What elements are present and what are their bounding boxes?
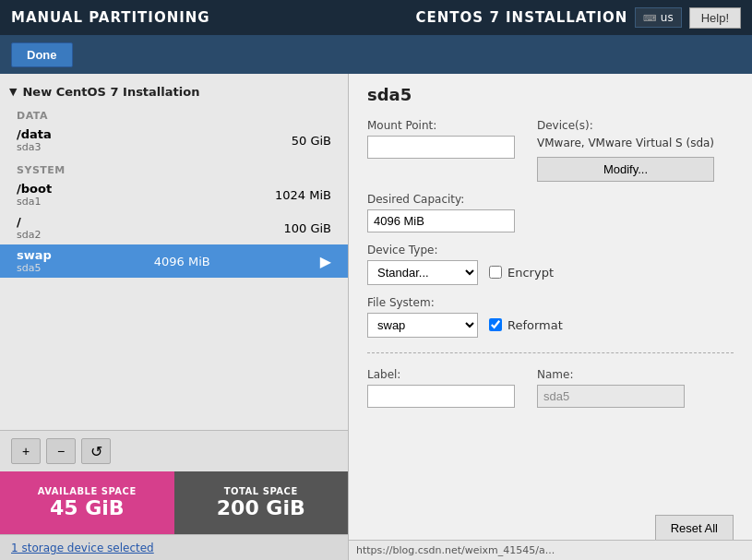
devices-value: VMware, VMware Virtual S (sda)	[537, 136, 714, 151]
mount-point-group: Mount Point:	[367, 119, 515, 159]
reformat-label[interactable]: Reformat	[507, 318, 563, 332]
mount-point-input[interactable]	[367, 136, 515, 159]
partition-item-data[interactable]: /data sda3 50 GiB	[0, 124, 348, 157]
mount-device-row: Mount Point: Device(s): VMware, VMware V…	[367, 119, 734, 182]
file-system-label: File System:	[367, 296, 734, 309]
app-title: MANUAL PARTITIONING	[11, 9, 210, 26]
total-label: TOTAL SPACE	[224, 486, 298, 496]
partition-dev-boot: sda1	[17, 196, 52, 208]
modify-button[interactable]: Modify...	[537, 157, 714, 182]
device-type-select[interactable]: Standar... LVM LVM Thin Provisioning BTR…	[367, 260, 478, 285]
partition-item-swap[interactable]: swap sda5 4096 MiB ▶	[0, 244, 348, 278]
reformat-checkbox-container: Reformat	[489, 318, 563, 332]
label-field-label: Label:	[367, 368, 515, 381]
partition-item-root[interactable]: / sda2 100 GiB	[0, 211, 348, 244]
data-category-label: DATA	[0, 102, 348, 124]
installation-header[interactable]: ▼ New CentOS 7 Installation	[0, 81, 348, 102]
devices-group: Device(s): VMware, VMware Virtual S (sda…	[537, 119, 714, 182]
partition-left: /data sda3	[17, 127, 52, 153]
partition-left-swap: swap sda5	[17, 248, 52, 274]
refresh-button[interactable]: ↺	[81, 438, 111, 464]
mount-point-label: Mount Point:	[367, 119, 515, 132]
partition-name-swap: swap	[17, 248, 52, 262]
add-partition-button[interactable]: +	[11, 438, 41, 464]
partition-item-boot[interactable]: /boot sda1 1024 MiB	[0, 178, 348, 211]
available-value: 45 GiB	[50, 496, 125, 519]
status-bar: 1 storage device selected	[0, 534, 348, 560]
partition-size-swap: 4096 MiB	[154, 255, 210, 268]
right-panel: sda5 Mount Point: Device(s): VMware, VMw…	[349, 74, 752, 560]
selected-arrow-icon: ▶	[320, 253, 331, 270]
partition-name-root: /	[17, 215, 41, 229]
partition-left-boot: /boot sda1	[17, 182, 52, 208]
name-input[interactable]	[537, 385, 685, 408]
done-button[interactable]: Done	[11, 42, 73, 67]
capacity-input[interactable]	[367, 209, 515, 232]
help-button[interactable]: Help!	[689, 7, 741, 29]
url-bar: https://blog.csdn.net/weixm_41545/a...	[349, 540, 752, 560]
partition-name-boot: /boot	[17, 182, 52, 196]
encrypt-checkbox-container: Encrypt	[489, 266, 554, 280]
app-header: MANUAL PARTITIONING CENTOS 7 INSTALLATIO…	[0, 0, 752, 35]
arrow-icon: ▼	[9, 86, 17, 98]
label-group: Label:	[367, 368, 515, 408]
system-category-label: SYSTEM	[0, 157, 348, 178]
encrypt-label[interactable]: Encrypt	[507, 266, 554, 280]
remove-partition-button[interactable]: −	[46, 438, 76, 464]
file-system-select[interactable]: swap ext4 ext3 ext2 xfs vfat	[367, 313, 478, 338]
capacity-row: Desired Capacity:	[367, 193, 734, 232]
total-value: 200 GiB	[217, 496, 305, 519]
space-indicators: AVAILABLE SPACE 45 GiB TOTAL SPACE 200 G…	[0, 471, 348, 534]
header-right: CENTOS 7 INSTALLATION ⌨ us Help!	[416, 7, 741, 29]
available-space: AVAILABLE SPACE 45 GiB	[0, 471, 174, 534]
divider	[367, 352, 734, 353]
reset-btn-container: Reset All	[655, 515, 734, 542]
name-group: Name:	[537, 368, 685, 408]
partition-left-root: / sda2	[17, 215, 41, 241]
partition-name-data: /data	[17, 127, 52, 141]
installation-title: CENTOS 7 INSTALLATION	[416, 9, 628, 26]
partition-dev-root: sda2	[17, 229, 41, 241]
total-space: TOTAL SPACE 200 GiB	[174, 471, 349, 534]
reformat-checkbox[interactable]	[489, 318, 502, 331]
partition-list: ▼ New CentOS 7 Installation DATA /data s…	[0, 74, 348, 430]
partition-size-data: 50 GiB	[292, 134, 331, 148]
encrypt-checkbox[interactable]	[489, 266, 502, 279]
partition-title: sda5	[367, 85, 734, 104]
capacity-group: Desired Capacity:	[367, 193, 515, 232]
file-system-group: File System: swap ext4 ext3 ext2 xfs vfa…	[367, 296, 734, 338]
partition-dev-swap: sda5	[17, 262, 52, 274]
device-type-row: Standar... LVM LVM Thin Provisioning BTR…	[367, 260, 734, 285]
available-label: AVAILABLE SPACE	[38, 486, 137, 496]
storage-device-link[interactable]: 1 storage device selected	[11, 542, 154, 554]
subheader: Done	[0, 35, 752, 74]
devices-label: Device(s):	[537, 119, 714, 132]
left-bottom: + − ↺ AVAILABLE SPACE 45 GiB TOTAL SPACE…	[0, 430, 348, 560]
keyboard-indicator[interactable]: ⌨ us	[635, 7, 681, 28]
partition-size-root: 100 GiB	[283, 221, 331, 235]
keyboard-icon: ⌨	[643, 13, 656, 23]
installation-title: New CentOS 7 Installation	[22, 85, 199, 99]
capacity-label: Desired Capacity:	[367, 193, 515, 206]
name-field-label: Name:	[537, 368, 685, 381]
partition-controls: + − ↺	[0, 431, 348, 471]
file-system-row: swap ext4 ext3 ext2 xfs vfat Reformat	[367, 313, 734, 338]
device-type-group: Device Type: Standar... LVM LVM Thin Pro…	[367, 244, 734, 285]
label-name-row: Label: Name:	[367, 368, 734, 408]
keyboard-lang: us	[661, 11, 674, 24]
device-type-label: Device Type:	[367, 244, 734, 256]
reset-button[interactable]: Reset All	[655, 515, 734, 542]
partition-dev-data: sda3	[17, 141, 52, 153]
partition-size-boot: 1024 MiB	[275, 188, 331, 202]
main-content: ▼ New CentOS 7 Installation DATA /data s…	[0, 74, 752, 560]
label-input[interactable]	[367, 385, 515, 408]
left-panel: ▼ New CentOS 7 Installation DATA /data s…	[0, 74, 349, 560]
